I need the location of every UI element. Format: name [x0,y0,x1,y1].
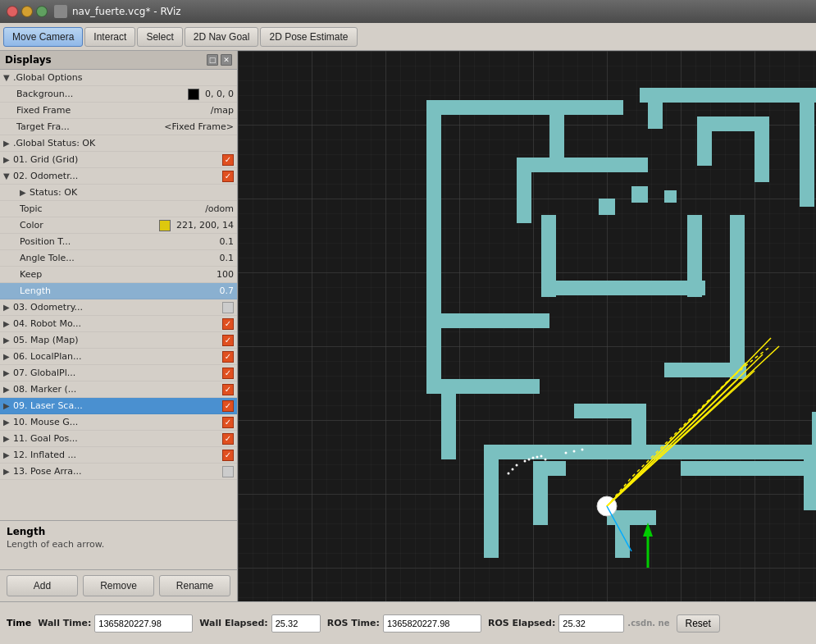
item-02-label: 02. Odometr... [13,171,222,181]
checkbox-13[interactable] [222,466,234,477]
checkbox-03[interactable] [222,302,234,313]
expand-arrow-status: ▶ [3,139,13,148]
display-item-06[interactable]: ▶ 06. LocalPlan... ✓ [0,349,237,365]
display-item-02[interactable]: ▼ 02. Odometr... ✓ [0,168,237,185]
add-button[interactable]: Add [7,575,78,596]
wall-time-section: Wall Time: [38,614,193,633]
left-panel: Displays □ ✕ ▼ .Global Options Backgroun… [0,51,238,601]
ros-time-input[interactable] [383,614,481,633]
display-item-13[interactable]: ▶ 13. Pose Arra... [0,464,237,480]
display-item-11[interactable]: ▶ 11. Goal Pos... ✓ [0,431,237,447]
displays-tree[interactable]: ▼ .Global Options Backgroun... 0, 0, 0 F… [0,70,237,520]
checkbox-06[interactable]: ✓ [222,351,234,363]
background-label: Backgroun... [16,89,188,99]
ros-time-section: ROS Time: [327,614,481,633]
info-title: Length [7,526,230,537]
pose-estimate-button[interactable]: 2D Pose Estimate [260,27,357,47]
svg-rect-18 [517,158,648,172]
item-02-topic[interactable]: Topic /odom [0,201,237,217]
display-item-01[interactable]: ▶ 01. Grid (Grid) ✓ [0,152,237,168]
display-item-03[interactable]: ▶ 03. Odometry... [0,299,237,316]
nav2d-button[interactable]: 2D Nav Goal [185,27,259,47]
checkbox-10[interactable]: ✓ [222,417,234,428]
reset-button[interactable]: Reset [677,614,720,633]
target-frame-item[interactable]: Target Fra... <Fixed Frame> [0,119,237,135]
wall-time-input[interactable] [94,614,193,633]
svg-point-66 [581,449,584,451]
svg-rect-30 [574,404,640,418]
select-button[interactable]: Select [137,27,182,47]
move-camera-button[interactable]: Move Camera [3,27,83,47]
svg-rect-32 [681,461,816,476]
fixed-frame-item[interactable]: Fixed Frame /map [0,103,237,119]
expand-arrow-04: ▶ [3,319,13,328]
checkbox-09[interactable]: ✓ [222,400,234,412]
checkbox-08[interactable]: ✓ [222,384,234,395]
checkbox-05[interactable]: ✓ [222,335,234,346]
expand-arrow-07: ▶ [3,368,13,377]
global-options-item[interactable]: ▼ .Global Options [0,70,237,86]
svg-rect-12 [426,313,549,328]
checkbox-04[interactable]: ✓ [222,318,234,330]
svg-point-57 [532,457,535,459]
svg-rect-40 [754,116,769,182]
item-02-color-swatch[interactable] [159,220,171,231]
checkbox-07[interactable]: ✓ [222,368,234,379]
checkbox-11[interactable]: ✓ [222,433,234,445]
expand-arrow-08: ▶ [3,385,13,394]
expand-arrow-03: ▶ [3,303,13,312]
item-02-color[interactable]: Color 221, 200, 14 [0,217,237,234]
item-08-label: 08. Marker (... [13,384,222,395]
wall-time-label: Wall Time: [38,618,91,628]
close-button[interactable] [7,6,18,17]
minimize-button[interactable] [21,6,33,17]
item-02-length-value: 0.7 [220,285,235,296]
svg-point-59 [540,455,543,458]
item-02-length[interactable]: Length 0.7 [0,283,237,299]
window-controls[interactable] [7,6,48,17]
interact-button[interactable]: Interact [84,27,135,47]
display-item-07[interactable]: ▶ 07. GlobalPl... ✓ [0,365,237,381]
checkbox-01[interactable]: ✓ [222,154,234,166]
item-02-status[interactable]: ▶ Status: OK [0,185,237,201]
rename-button[interactable]: Rename [159,575,230,596]
window-title: nav_fuerte.vcg* - RViz [72,6,181,17]
header-icon-2[interactable]: ✕ [221,54,232,66]
background-color-item[interactable]: Backgroun... 0, 0, 0 [0,86,237,103]
checkbox-12[interactable]: ✓ [222,450,234,461]
display-item-09[interactable]: ▶ 09. Laser Sca... ✓ [0,398,237,414]
main-content: Displays □ ✕ ▼ .Global Options Backgroun… [0,51,816,644]
expand-arrow-09: ▶ [3,401,13,410]
checkbox-02[interactable]: ✓ [222,171,234,182]
expand-arrow-11: ▶ [3,434,13,443]
wall-elapsed-input[interactable] [271,614,321,633]
svg-rect-11 [426,100,441,330]
item-02-position[interactable]: Position T... 0.1 [0,234,237,250]
visualization-area[interactable] [238,51,816,601]
item-02-keep[interactable]: Keep 100 [0,267,237,283]
item-02-angle[interactable]: Angle Tole... 0.1 [0,250,237,267]
display-item-08[interactable]: ▶ 08. Marker (... ✓ [0,381,237,398]
header-icon-1[interactable]: □ [207,54,218,66]
item-11-label: 11. Goal Pos... [13,433,222,444]
wall-elapsed-section: Wall Elapsed: [199,614,320,633]
maximize-button[interactable] [36,6,48,17]
svg-point-58 [536,456,539,459]
svg-rect-24 [484,459,499,558]
item-04-label: 04. Robot Mo... [13,318,222,329]
display-item-05[interactable]: ▶ 05. Map (Map) ✓ [0,332,237,349]
item-10-label: 10. Mouse G... [13,417,222,427]
display-item-12[interactable]: ▶ 12. Inflated ... ✓ [0,447,237,464]
remove-button[interactable]: Remove [83,575,154,596]
ros-elapsed-input[interactable] [558,614,624,633]
item-02-keep-label: Keep [20,269,213,280]
background-swatch[interactable] [188,89,199,100]
display-item-04[interactable]: ▶ 04. Robot Mo... ✓ [0,316,237,332]
item-06-label: 06. LocalPlan... [13,351,222,362]
background-value: 0, 0, 0 [205,89,234,99]
item-02-status-label: Status: OK [30,187,234,198]
rviz-canvas[interactable] [238,51,816,601]
global-status-item[interactable]: ▶ .Global Status: OK [0,135,237,152]
expand-arrow-10: ▶ [3,418,13,427]
display-item-10[interactable]: ▶ 10. Mouse G... ✓ [0,414,237,431]
